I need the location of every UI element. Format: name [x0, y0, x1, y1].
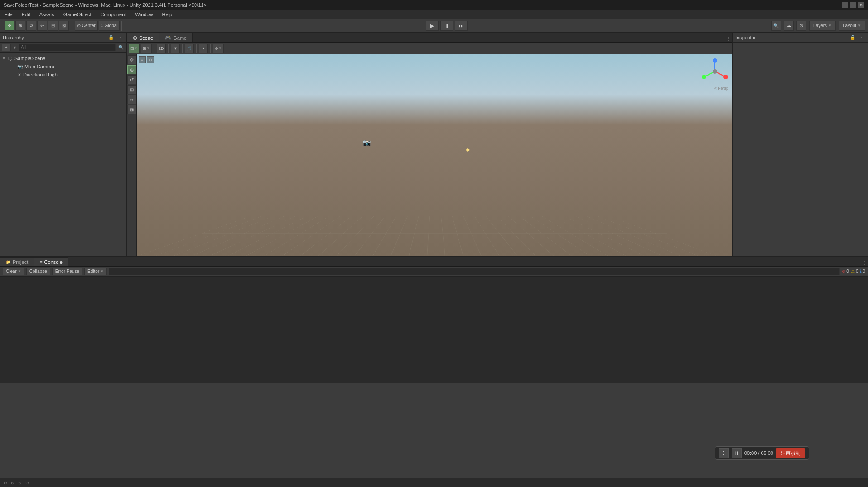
- 2d-mode-button[interactable]: 2D: [157, 44, 166, 53]
- menu-edit[interactable]: Edit: [20, 11, 32, 18]
- scene-audio-button[interactable]: 🎵: [185, 44, 194, 53]
- gizmos-button[interactable]: ⊙ ▼: [213, 44, 224, 53]
- window-controls: ─ □ ✕: [842, 2, 864, 8]
- tab-game[interactable]: 🎮 Game: [159, 33, 193, 42]
- info-icon: ℹ: [860, 269, 862, 274]
- hierarchy-search-input[interactable]: [19, 44, 116, 51]
- scene-gizmo-overlay[interactable]: < Persp: [701, 58, 728, 85]
- window-title: SaveFolderTest - SampleScene - Windows, …: [4, 2, 842, 8]
- clear-button[interactable]: Clear ▼: [3, 268, 24, 275]
- scale-view-tool-icon[interactable]: ⊞: [127, 85, 136, 94]
- scene-light-object[interactable]: ✦: [464, 145, 471, 155]
- hierarchy-panel: Hierarchy 🔒 ⋮ + ▼ 🔍 ▼ ⬡ SampleScene ⋮ 📷 …: [0, 33, 127, 256]
- play-controls: ▶ ⏸ ⏭: [426, 21, 468, 31]
- inspector-panel: Inspector 🔒 ⋮: [732, 33, 868, 256]
- status-icon4: ⊙: [25, 481, 29, 485]
- camera-gizmo-icon: 📷: [363, 139, 371, 146]
- error-pause-button[interactable]: Error Pause: [52, 268, 82, 275]
- rotate-view-tool-icon[interactable]: ↺: [127, 75, 136, 84]
- tab-project[interactable]: 📁 Project: [0, 257, 34, 266]
- light-gizmo-icon: ✦: [464, 145, 471, 155]
- console-panel-options-button[interactable]: ⋮: [861, 259, 868, 266]
- tab-console[interactable]: ≡ Console: [34, 257, 68, 266]
- bottom-area: 📁 Project ≡ Console ⋮ Clear ▼ Collapse E…: [0, 256, 868, 383]
- hierarchy-scene-item[interactable]: ▼ ⬡ SampleScene ⋮: [0, 54, 126, 62]
- editor-filter-button[interactable]: Editor ▼: [84, 268, 107, 275]
- menu-component[interactable]: Component: [98, 11, 128, 18]
- scene-lighting-button[interactable]: ☀: [171, 44, 180, 53]
- collapse-button[interactable]: Collapse: [26, 268, 50, 275]
- vertical-tools-panel: ✥ ⊕ ↺ ⊞ ⇔ ⊠: [127, 54, 137, 256]
- hierarchy-lock-button[interactable]: 🔒: [107, 34, 115, 41]
- pause-button[interactable]: ⏸: [440, 21, 453, 31]
- layers-button[interactable]: Layers ▼: [809, 21, 836, 31]
- search-toolbar-button[interactable]: 🔍: [771, 21, 781, 31]
- maximize-button[interactable]: □: [850, 2, 856, 8]
- hierarchy-toolbar: + ▼ 🔍: [0, 43, 126, 53]
- transform-view-tool-icon[interactable]: ⊠: [127, 105, 136, 114]
- hierarchy-options-button[interactable]: ⋮: [116, 34, 124, 41]
- scene-mini-icon2[interactable]: ⊙: [147, 56, 154, 63]
- svg-point-5: [702, 75, 706, 79]
- scene-toolbar-separator1: [154, 44, 154, 53]
- cursor-tool-icon[interactable]: ✥: [127, 55, 136, 64]
- collab-button[interactable]: ⊙: [796, 21, 806, 31]
- error-count-badge[interactable]: ⊙ 0: [842, 269, 849, 274]
- scene-mini-icon1[interactable]: ≡: [139, 56, 146, 63]
- menu-help[interactable]: Help: [160, 11, 174, 18]
- clear-chevron-icon: ▼: [18, 269, 21, 273]
- hand-tool-button[interactable]: ✥: [5, 21, 14, 31]
- move-view-tool-icon[interactable]: ⊕: [127, 65, 136, 74]
- menu-file[interactable]: File: [3, 11, 14, 18]
- menu-assets[interactable]: Assets: [38, 11, 56, 18]
- play-button[interactable]: ▶: [426, 21, 439, 31]
- record-pause-button[interactable]: ⏸: [732, 448, 742, 458]
- move-tool-button[interactable]: ⊕: [15, 21, 25, 31]
- status-icon3: ⊙: [18, 481, 22, 485]
- hierarchy-directional-light-item[interactable]: ☀ Directional Light: [0, 71, 126, 79]
- scale-tool-button[interactable]: ⇔: [37, 21, 47, 31]
- hierarchy-title: Hierarchy: [3, 35, 106, 40]
- record-stop-button[interactable]: 结束录制: [776, 448, 805, 458]
- rect-view-tool-icon[interactable]: ⇔: [127, 95, 136, 104]
- title-bar: SaveFolderTest - SampleScene - Windows, …: [0, 0, 868, 10]
- scene-options-icon[interactable]: ⋮: [121, 56, 126, 62]
- cloud-button[interactable]: ☁: [784, 21, 794, 31]
- menu-window[interactable]: Window: [133, 11, 154, 18]
- scene-tab-icon: ◎: [133, 35, 137, 41]
- draw-mode-button[interactable]: ⊞ ▼: [141, 44, 152, 53]
- warning-count-badge[interactable]: ⚠ 0: [851, 269, 858, 274]
- scene-name-label: SampleScene: [14, 56, 46, 61]
- hierarchy-main-camera-item[interactable]: 📷 Main Camera: [0, 62, 126, 71]
- camera-icon: 📷: [17, 64, 23, 69]
- rect-tool-button[interactable]: ⊞: [48, 21, 58, 31]
- error-icon: ⊙: [842, 269, 845, 274]
- layout-chevron-icon: ▼: [858, 24, 861, 28]
- hierarchy-add-button[interactable]: +: [2, 44, 11, 51]
- close-button[interactable]: ✕: [858, 2, 864, 8]
- record-dots-button[interactable]: ⋮: [719, 448, 729, 458]
- scene-fx-button[interactable]: ✦: [199, 44, 208, 53]
- transform-tool-button[interactable]: ⊠: [59, 21, 69, 31]
- menu-gameobject[interactable]: GameObject: [62, 11, 93, 18]
- layout-button[interactable]: Layout ▼: [839, 21, 865, 31]
- global-button[interactable]: ↕ Global: [99, 21, 120, 31]
- rotate-tool-button[interactable]: ↺: [26, 21, 36, 31]
- minimize-button[interactable]: ─: [842, 2, 848, 8]
- scene-options-button[interactable]: ⋮: [725, 35, 732, 42]
- inspector-options-button[interactable]: ⋮: [858, 34, 865, 41]
- shading-dropdown-button[interactable]: ⊡ ▼: [129, 44, 140, 53]
- pivot-group: ⊙ Center ↕ Global: [73, 21, 122, 31]
- tab-scene[interactable]: ◎ Scene: [127, 33, 159, 42]
- scene-viewport[interactable]: 📷 ✦: [137, 54, 732, 256]
- scene-game-tabs: ◎ Scene 🎮 Game ⋮: [127, 33, 732, 43]
- inspector-lock-button[interactable]: 🔒: [849, 34, 856, 41]
- scene-camera-object[interactable]: 📷: [363, 139, 371, 146]
- pivot-button[interactable]: ⊙ Center: [75, 21, 98, 31]
- step-button[interactable]: ⏭: [455, 21, 468, 31]
- info-count-badge[interactable]: ℹ 0: [860, 269, 865, 274]
- hierarchy-search-icon[interactable]: 🔍: [117, 44, 125, 51]
- console-content: [0, 277, 868, 383]
- console-search-input[interactable]: [109, 268, 840, 275]
- menu-bar: File Edit Assets GameObject Component Wi…: [0, 10, 868, 19]
